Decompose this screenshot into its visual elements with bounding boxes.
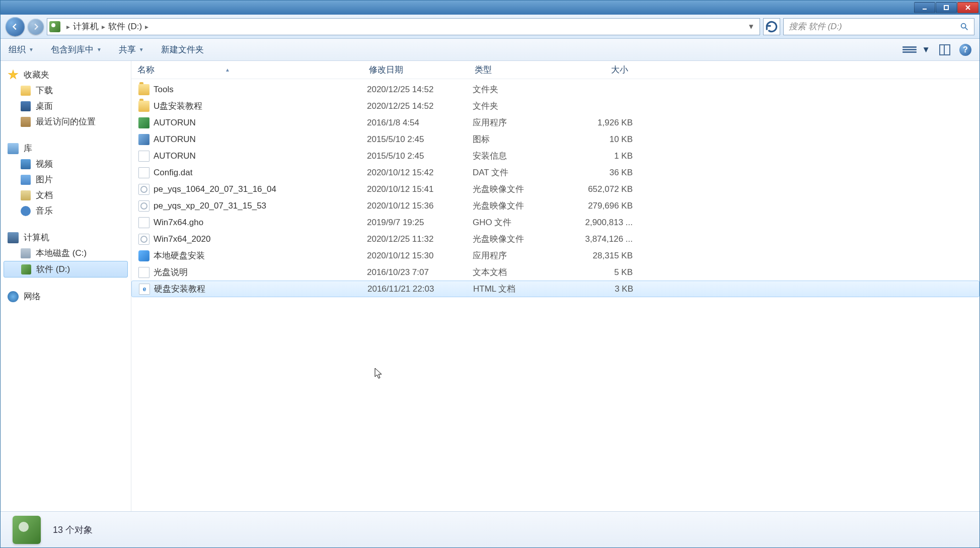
- column-type[interactable]: 类型: [469, 61, 569, 79]
- iso-icon: [138, 200, 149, 212]
- file-type: DAT 文件: [473, 167, 573, 178]
- file-size: 28,315 KB: [573, 251, 633, 261]
- titlebar[interactable]: [1, 1, 979, 15]
- file-row[interactable]: Win7x64_20202020/12/25 11:32光盘映像文件3,874,…: [131, 231, 979, 247]
- address-bar[interactable]: ▸ 计算机 ▸ 软件 (D:) ▸ ▾: [47, 18, 760, 35]
- refresh-button[interactable]: [763, 18, 780, 35]
- file-type: 应用程序: [473, 250, 573, 261]
- sidebar-item-recent[interactable]: 最近访问的位置: [1, 114, 131, 129]
- drive-large-icon: [13, 516, 41, 544]
- chevron-down-icon: ▼: [139, 47, 144, 52]
- file-name: 硬盘安装教程: [154, 283, 367, 295]
- sidebar-item-pictures[interactable]: 图片: [1, 172, 131, 187]
- file-icon: [138, 167, 149, 178]
- back-button[interactable]: [6, 17, 25, 36]
- chevron-right-icon: ▸: [102, 23, 105, 31]
- folder-icon: [138, 101, 149, 112]
- column-name[interactable]: 名称▲: [131, 61, 363, 79]
- file-type: HTML 文档: [473, 283, 574, 295]
- file-name: AUTORUN: [154, 118, 367, 128]
- toolbar: 组织▼ 包含到库中▼ 共享▼ 新建文件夹 ▼ ?: [1, 39, 979, 61]
- file-type: 光盘映像文件: [473, 183, 573, 195]
- picture-icon: [21, 175, 31, 185]
- forward-button[interactable]: [28, 19, 44, 35]
- file-row[interactable]: 硬盘安装教程2016/11/21 22:03HTML 文档3 KB: [131, 281, 979, 297]
- file-type: 文本文档: [473, 266, 573, 278]
- favorites-header[interactable]: 收藏夹: [1, 67, 131, 83]
- organize-menu[interactable]: 组织▼: [9, 44, 34, 55]
- file-size: 36 KB: [573, 168, 633, 178]
- search-box[interactable]: 搜索 软件 (D:): [783, 18, 974, 35]
- iso-icon: [138, 234, 149, 245]
- share-menu[interactable]: 共享▼: [119, 44, 144, 55]
- file-date: 2020/12/25 11:32: [367, 234, 473, 244]
- file-row[interactable]: Win7x64.gho2019/9/7 19:25GHO 文件2,900,813…: [131, 214, 979, 231]
- download-icon: [21, 86, 31, 96]
- file-type: 应用程序: [473, 117, 573, 128]
- file-row[interactable]: Tools2020/12/25 14:52文件夹: [131, 81, 979, 98]
- file-row[interactable]: Config.dat2020/10/12 15:42DAT 文件36 KB: [131, 164, 979, 181]
- document-icon: [21, 190, 31, 200]
- libraries-header[interactable]: 库: [1, 141, 131, 156]
- file-row[interactable]: 本地硬盘安装2020/10/12 15:30应用程序28,315 KB: [131, 247, 979, 264]
- column-size[interactable]: 大小: [569, 61, 635, 79]
- sidebar-item-music[interactable]: 音乐: [1, 203, 131, 219]
- file-row[interactable]: AUTORUN2016/1/8 4:54应用程序1,926 KB: [131, 114, 979, 131]
- file-rows[interactable]: Tools2020/12/25 14:52文件夹U盘安装教程2020/12/25…: [131, 79, 979, 511]
- breadcrumb-dropdown[interactable]: ▾: [745, 21, 758, 32]
- svg-line-5: [965, 27, 968, 30]
- file-name: U盘安装教程: [154, 100, 367, 112]
- include-in-library-menu[interactable]: 包含到库中▼: [51, 44, 102, 55]
- file-type: GHO 文件: [473, 217, 573, 228]
- minimize-button[interactable]: [914, 2, 935, 13]
- sidebar-item-desktop[interactable]: 桌面: [1, 98, 131, 114]
- sidebar-item-local-disk-c[interactable]: 本地磁盘 (C:): [1, 245, 131, 261]
- file-name: Win7x64.gho: [154, 218, 367, 228]
- computer-header[interactable]: 计算机: [1, 230, 131, 245]
- file-row[interactable]: U盘安装教程2020/12/25 14:52文件夹: [131, 98, 979, 114]
- iso-icon: [138, 184, 149, 195]
- chevron-down-icon: ▼: [922, 45, 930, 55]
- sidebar-item-documents[interactable]: 文档: [1, 187, 131, 203]
- preview-pane-button[interactable]: [939, 44, 950, 55]
- pane-icon: [939, 44, 950, 55]
- sort-asc-icon: ▲: [225, 67, 230, 73]
- column-date[interactable]: 修改日期: [363, 61, 469, 79]
- file-row[interactable]: 光盘说明2016/10/23 7:07文本文档5 KB: [131, 264, 979, 281]
- file-icon: [138, 217, 149, 228]
- file-type: 文件夹: [473, 84, 573, 95]
- breadcrumb-drive[interactable]: 软件 (D:): [108, 21, 142, 32]
- close-button[interactable]: [957, 2, 978, 13]
- help-button[interactable]: ?: [959, 44, 971, 56]
- file-row[interactable]: AUTORUN2015/5/10 2:45图标10 KB: [131, 131, 979, 148]
- chevron-right-icon: ▸: [66, 23, 70, 31]
- file-row[interactable]: pe_yqs_xp_20_07_31_15_532020/10/12 15:36…: [131, 197, 979, 214]
- sidebar-item-videos[interactable]: 视频: [1, 156, 131, 172]
- navigation-pane[interactable]: 收藏夹 下载 桌面 最近访问的位置 库 视频 图片 文档 音乐 计算机 本地磁盘…: [1, 61, 131, 511]
- new-folder-button[interactable]: 新建文件夹: [161, 44, 204, 55]
- exe-icon: [138, 117, 149, 128]
- file-date: 2016/11/21 22:03: [367, 284, 473, 294]
- list-view-icon: [902, 44, 917, 55]
- file-type: 安装信息: [473, 150, 573, 162]
- file-type: 图标: [473, 133, 573, 145]
- ico-icon: [138, 134, 149, 145]
- breadcrumb-computer[interactable]: 计算机: [73, 21, 99, 32]
- file-name: pe_yqs_xp_20_07_31_15_53: [154, 201, 367, 211]
- app-icon: [138, 250, 149, 261]
- file-row[interactable]: AUTORUN2015/5/10 2:45安装信息1 KB: [131, 148, 979, 164]
- file-name: Tools: [154, 85, 367, 95]
- search-placeholder: 搜索 软件 (D:): [789, 21, 842, 32]
- sidebar-item-downloads[interactable]: 下载: [1, 83, 131, 98]
- file-name: Win7x64_2020: [154, 234, 367, 244]
- file-date: 2019/9/7 19:25: [367, 218, 473, 228]
- html-icon: [139, 284, 150, 295]
- file-row[interactable]: pe_yqs_1064_20_07_31_16_042020/10/12 15:…: [131, 181, 979, 197]
- file-size: 652,072 KB: [573, 184, 633, 194]
- folder-icon: [138, 84, 149, 95]
- explorer-body: 收藏夹 下载 桌面 最近访问的位置 库 视频 图片 文档 音乐 计算机 本地磁盘…: [1, 61, 979, 511]
- maximize-button[interactable]: [936, 2, 957, 13]
- network-header[interactable]: 网络: [1, 289, 131, 304]
- sidebar-item-software-d[interactable]: 软件 (D:): [4, 261, 128, 278]
- view-mode-button[interactable]: ▼: [902, 44, 930, 55]
